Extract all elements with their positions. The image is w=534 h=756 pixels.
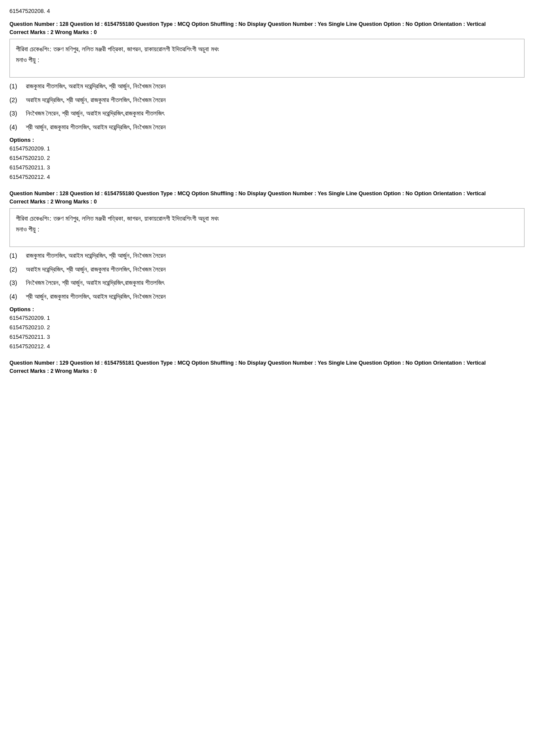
option-id-1-2: 61547520210. 2 <box>9 153 525 163</box>
option-id-2-4: 61547520212. 4 <box>9 342 525 351</box>
marks-line-3: Correct Marks : 2 Wrong Marks : 0 <box>9 368 525 374</box>
question-meta-1: Question Number : 128 Question Id : 6154… <box>9 20 525 28</box>
option-1-1: (1) রাজকুমার শীতলজিৎ, অরাইম দরেন্দ্রিজিৎ… <box>9 82 525 91</box>
option-num-2-2: (2) <box>9 265 26 275</box>
option-num-1-1: (1) <box>9 82 26 91</box>
option-text-1-3: নিংখৈজম লৈরেন, শ্রী আর্জুন, অরাইম দরেন্দ… <box>26 109 164 119</box>
option-1-4: (4) শ্রী আর্জুন, রাজকুমার শীতলজিৎ, অরাইম… <box>9 123 525 132</box>
option-num-2-4: (4) <box>9 292 26 302</box>
question-meta-3: Question Number : 129 Question Id : 6154… <box>9 359 525 367</box>
options-list-1: (1) রাজকুমার শীতলজিৎ, অরাইম দরেন্দ্রিজিৎ… <box>9 82 525 132</box>
question-text-box-1: পীরিবা চেকেঙশিং: তরুণ মণিপুর, ললিত মঞ্জর… <box>9 39 525 78</box>
option-2-3: (3) নিংখৈজম লৈরেন, শ্রী আর্জুন, অরাইম দর… <box>9 278 525 288</box>
option-text-2-2: অরাইম দরেন্দ্রিজিৎ, শ্রী আর্জুন, রাজকুমা… <box>26 265 166 275</box>
question-meta-2: Question Number : 128 Question Id : 6154… <box>9 190 525 198</box>
question-block-1: Question Number : 128 Question Id : 6154… <box>9 20 525 182</box>
question-text-line2-2: মনাও পীয়ু : <box>16 225 40 233</box>
option-1-3: (3) নিংখৈজম লৈরেন, শ্রী আর্জুন, অরাইম দর… <box>9 109 525 119</box>
option-text-2-3: নিংখৈজম লৈরেন, শ্রী আর্জুন, অরাইম দরেন্দ… <box>26 278 164 288</box>
question-block-2: Question Number : 128 Question Id : 6154… <box>9 190 525 351</box>
option-2-1: (1) রাজকুমার শীতলজিৎ, অরাইম দরেন্দ্রিজিৎ… <box>9 251 525 261</box>
option-text-2-4: শ্রী আর্জুন, রাজকুমার শীতলজিৎ, অরাইম দরে… <box>26 292 166 302</box>
marks-line-2: Correct Marks : 2 Wrong Marks : 0 <box>9 199 525 205</box>
question-text-line2-1: মনাও পীয়ু : <box>16 56 40 63</box>
question-text-line1-2: পীরিবা চেকেঙশিং: তরুণ মণিপুর, ললিত মঞ্জর… <box>16 215 219 222</box>
options-label-2: Options : <box>9 306 525 312</box>
option-num-1-4: (4) <box>9 123 26 132</box>
option-id-2-2: 61547520210. 2 <box>9 323 525 332</box>
option-1-2: (2) অরাইম দরেন্দ্রিজিৎ, শ্রী আর্জুন, রাজ… <box>9 96 525 105</box>
page-wrapper: 61547520208. 4 Question Number : 128 Que… <box>9 8 525 374</box>
option-num-1-3: (3) <box>9 109 26 119</box>
question-text-line1-1: পীরিবা চেকেঙশিং: তরুণ মণিপুর, ললিত মঞ্জর… <box>16 45 219 53</box>
option-2-2: (2) অরাইম দরেন্দ্রিজিৎ, শ্রী আর্জুন, রাজ… <box>9 265 525 275</box>
page-id: 61547520208. 4 <box>9 8 525 14</box>
option-text-1-2: অরাইম দরেন্দ্রিজিৎ, শ্রী আর্জুন, রাজকুমা… <box>26 96 166 105</box>
option-id-2-1: 61547520209. 1 <box>9 313 525 323</box>
options-ids-2: 61547520209. 1 61547520210. 2 6154752021… <box>9 313 525 351</box>
question-text-box-2: পীরিবা চেকেঙশিং: তরুণ মণিপুর, ললিত মঞ্জর… <box>9 208 525 247</box>
option-num-1-2: (2) <box>9 96 26 105</box>
options-label-1: Options : <box>9 137 525 143</box>
option-id-1-1: 61547520209. 1 <box>9 144 525 153</box>
option-id-1-4: 61547520212. 4 <box>9 172 525 182</box>
option-text-2-1: রাজকুমার শীতলজিৎ, অরাইম দরেন্দ্রিজিৎ, শ্… <box>26 251 166 261</box>
question-block-3: Question Number : 129 Question Id : 6154… <box>9 359 525 374</box>
option-num-2-3: (3) <box>9 278 26 288</box>
option-2-4: (4) শ্রী আর্জুন, রাজকুমার শীতলজিৎ, অরাইম… <box>9 292 525 302</box>
option-id-2-3: 61547520211. 3 <box>9 332 525 342</box>
option-text-1-1: রাজকুমার শীতলজিৎ, অরাইম দরেন্দ্রিজিৎ, শ্… <box>26 82 166 91</box>
option-text-1-4: শ্রী আর্জুন, রাজকুমার শীতলজিৎ, অরাইম দরে… <box>26 123 166 132</box>
options-ids-1: 61547520209. 1 61547520210. 2 6154752021… <box>9 144 525 182</box>
option-id-1-3: 61547520211. 3 <box>9 163 525 172</box>
option-num-2-1: (1) <box>9 251 26 261</box>
marks-line-1: Correct Marks : 2 Wrong Marks : 0 <box>9 29 525 35</box>
options-list-2: (1) রাজকুমার শীতলজিৎ, অরাইম দরেন্দ্রিজিৎ… <box>9 251 525 302</box>
